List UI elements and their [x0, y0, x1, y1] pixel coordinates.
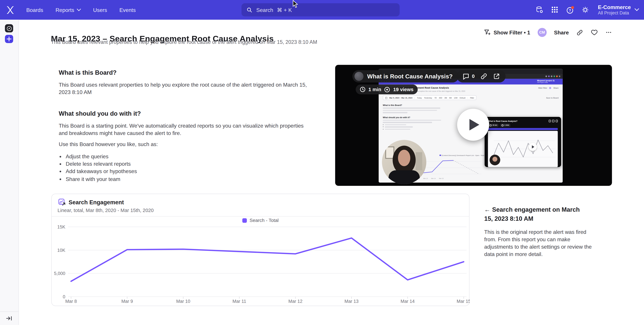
nested-chart-area: [488, 131, 558, 167]
mini-extension-icons: [545, 75, 560, 77]
project-name: E-Commerce: [598, 4, 631, 10]
svg-text:15K: 15K: [57, 224, 65, 230]
clock-icon: [360, 87, 366, 92]
open-external-icon[interactable]: [493, 73, 500, 80]
primary-nav: Boards Reports Users Events: [26, 7, 136, 13]
nested-video-title: What is Root Cause Analysis?: [488, 120, 517, 122]
nav-item-label: Boards: [26, 7, 43, 13]
share-button[interactable]: Share: [554, 29, 569, 35]
nested-video-icons: [548, 120, 558, 122]
nav-item-reports[interactable]: Reports: [56, 7, 81, 13]
avatar[interactable]: CM: [538, 28, 547, 37]
favorite-button[interactable]: [590, 29, 598, 36]
create-new-button[interactable]: [5, 35, 13, 43]
discover-button[interactable]: [5, 24, 13, 32]
nested-views: 1 view: [504, 124, 509, 126]
mini-range-presets: Today Yesterday 7D 30D 3M 6M 12M Default: [417, 97, 466, 99]
apps-grid-button[interactable]: [551, 6, 559, 14]
show-filter-label: Show Filter • 1: [494, 29, 530, 35]
filter-plus-icon: [483, 29, 491, 36]
list-item: Add takeaways or hypotheses: [66, 168, 308, 175]
video-stats-pill: 1 min 19 views: [356, 84, 418, 94]
calendar-icon: [385, 97, 387, 99]
gear-icon: [581, 6, 590, 14]
nested-webcam-circle: [490, 154, 500, 165]
mixpanel-logo-icon[interactable]: [6, 5, 15, 15]
more-options-button[interactable]: [605, 29, 612, 36]
search-placeholder: Search: [256, 7, 273, 13]
show-filter-button[interactable]: Show Filter • 1: [483, 29, 530, 36]
data-management-button[interactable]: [536, 6, 544, 14]
list-item: Delete less relevant reports: [66, 160, 308, 168]
nav-item-label: Reports: [56, 7, 74, 13]
chevron-down-icon: [77, 8, 81, 11]
expand-arrow-icon: [6, 316, 12, 321]
svg-text:Mar 14: Mar 14: [401, 299, 415, 304]
search-input[interactable]: Search ⌘ + K: [242, 3, 400, 16]
mini-project-name: Mixpanel (project 3): [537, 79, 554, 82]
mini-legend: [Content Discovery] Omnisearch Report Li…: [442, 154, 484, 156]
svg-text:10K: 10K: [57, 248, 65, 253]
nav-item-users[interactable]: Users: [93, 7, 107, 13]
sidebar-divider: [0, 312, 18, 312]
report-title[interactable]: Search Engagement: [68, 199, 124, 206]
video-duration: 1 min: [368, 87, 381, 92]
top-navbar: Boards Reports Users Events Search ⌘ + K: [0, 0, 644, 20]
help-button[interactable]: ?: [566, 6, 574, 14]
svg-text:Mar 10: Mar 10: [176, 299, 190, 304]
nav-item-boards[interactable]: Boards: [26, 7, 43, 13]
video-actions-pill: 0: [457, 70, 506, 82]
link-icon[interactable]: [480, 73, 487, 80]
nav-item-label: Users: [93, 7, 107, 13]
board-subtitle: This Board uses relevant properties to h…: [51, 39, 317, 45]
search-shortcut: ⌘ + K: [277, 7, 292, 13]
link-icon: [576, 29, 583, 36]
eye-icon: [501, 124, 504, 126]
nav-item-label: Events: [119, 7, 136, 13]
video-card[interactable]: Mixpanel (project 3) All Project Data Ma…: [335, 65, 612, 186]
database-gear-icon: [536, 6, 544, 14]
svg-text:Mar 11: Mar 11: [232, 299, 246, 304]
copy-link-button[interactable]: [576, 29, 583, 36]
svg-text:0: 0: [63, 294, 65, 299]
mini-date-range-bar: Mar 9, 2023 – Mar 15, 2023 | Today Yeste…: [383, 95, 476, 100]
mini-heading-1: What is this Board?: [383, 104, 444, 106]
clock-icon: [490, 124, 492, 126]
section-heading-what-is: What is this Board?: [59, 69, 308, 76]
mini-heading-2: What should you do with it?: [383, 116, 444, 118]
section-heading-what-do: What should you do with it?: [59, 110, 308, 117]
report-card: Search Engagement Linear, total, Mar 8th…: [51, 194, 470, 306]
grid-icon: [551, 6, 558, 13]
mini-hide-filter: Hide Filter: [538, 87, 547, 89]
expand-sidebar-button[interactable]: [6, 316, 12, 321]
nav-item-events[interactable]: Events: [119, 7, 136, 13]
comment-icon[interactable]: [462, 72, 470, 80]
help-icon: ?: [566, 6, 574, 14]
line-report-icon: [58, 199, 66, 206]
section-body-what-is: This Board uses relevant properties to h…: [59, 81, 308, 96]
report-note-body: This is the original report the alert wa…: [484, 229, 594, 258]
list-item: Share it with your team: [66, 175, 308, 183]
video-title-pill: What is Root Cause Analysis?: [352, 70, 459, 82]
plus-icon: [6, 36, 12, 41]
mini-date-range: Mar 9, 2023 – Mar 15, 2023: [390, 97, 412, 99]
usage-intro: Use this Board however you like, such as…: [59, 141, 308, 148]
mini-filter: Filter: [470, 97, 474, 99]
video-presenter-avatar: [354, 72, 364, 81]
engagement-line-chart[interactable]: 05,00010K15KMar 8Mar 9Mar 10Mar 11Mar 12…: [52, 216, 470, 307]
list-item: Adjust the queries: [66, 153, 308, 160]
svg-text:Mar 13: Mar 13: [344, 299, 359, 304]
mouse-cursor: [292, 0, 298, 8]
report-subtitle: Linear, total, Mar 8th, 2020 - Mar 15th,…: [58, 208, 154, 213]
project-switcher[interactable]: E-Commerce All Project Data: [598, 4, 639, 15]
nested-duration: 18 sec: [492, 124, 497, 126]
mixpanel-board-page: Boards Reports Users Events Search ⌘ + K: [0, 0, 644, 325]
mini-avatar: [550, 87, 552, 89]
svg-text:Mar 15: Mar 15: [456, 299, 470, 304]
mini-save-to-board: Save to Board: [546, 97, 559, 99]
mini-share: Share: [554, 87, 559, 89]
settings-button[interactable]: [581, 6, 590, 14]
chevron-down-icon: [634, 8, 639, 11]
svg-text:Mar 8: Mar 8: [65, 299, 77, 304]
play-button[interactable]: [457, 109, 489, 141]
